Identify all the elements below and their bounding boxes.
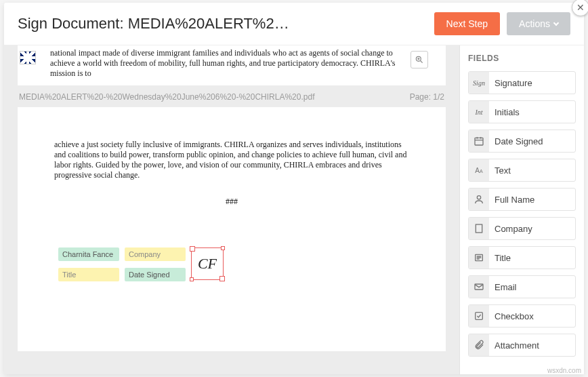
field-label: Company	[489, 224, 532, 234]
watermark: wsxdn.com	[547, 367, 581, 374]
chevron-down-icon	[553, 20, 559, 26]
fields-heading: FIELDS	[468, 54, 576, 63]
page-title: Sign Document: MEDIA%20ALERT%2…	[18, 15, 427, 33]
body: national impact made of diverse immigran…	[4, 45, 584, 374]
signature-glyph: CF	[198, 255, 217, 273]
zoom-in-button[interactable]	[411, 51, 428, 68]
page-main[interactable]: achieve a just society fully inclusive o…	[18, 107, 446, 351]
svg-line-1	[421, 61, 423, 63]
fields-sidebar: FIELDS Sign Signature Int Initials Date …	[459, 45, 584, 374]
signature-icon: Sign	[469, 72, 489, 94]
field-label: Initials	[489, 107, 520, 117]
doc-page-indicator: Page: 1/2	[410, 92, 444, 102]
field-attachment[interactable]: Attachment	[468, 334, 576, 357]
resize-handle[interactable]	[221, 246, 225, 250]
field-label: Signature	[489, 78, 532, 88]
svg-point-8	[477, 196, 480, 199]
placed-company-tag[interactable]: Company	[125, 247, 186, 261]
field-initials[interactable]: Int Initials	[468, 100, 576, 123]
field-label: Title	[489, 253, 511, 263]
field-full-name[interactable]: Full Name	[468, 188, 576, 211]
field-title[interactable]: Title	[468, 246, 576, 269]
modal: Sign Document: MEDIA%20ALERT%2… Next Ste…	[4, 3, 584, 374]
svg-rect-9	[476, 224, 482, 233]
placed-signature-box[interactable]: CF	[191, 247, 224, 280]
field-text[interactable]: AA Text	[468, 159, 576, 182]
placed-title-tag[interactable]: Title	[58, 268, 119, 281]
person-icon	[469, 188, 489, 210]
svg-rect-21	[476, 313, 483, 320]
calendar-icon	[469, 130, 489, 152]
resize-handle[interactable]	[190, 277, 194, 281]
checkbox-icon	[469, 305, 489, 327]
doc-filename: MEDIA%20ALERT%20-%20Wednesday%20June%206…	[19, 92, 314, 102]
placed-name-tag[interactable]: Charnita Fance	[58, 247, 119, 261]
initials-icon: Int	[469, 101, 489, 123]
document-area: national impact made of diverse immigran…	[4, 45, 459, 374]
field-label: Checkbox	[489, 311, 534, 321]
field-email[interactable]: Email	[468, 275, 576, 298]
doc-text-top: national impact made of diverse immigran…	[26, 48, 438, 79]
field-signature[interactable]: Sign Signature	[468, 71, 576, 94]
text-icon: AA	[469, 159, 489, 181]
actions-label: Actions	[519, 18, 550, 29]
placed-fields: Charnita Fance Company CF Title Date Sig…	[27, 247, 436, 281]
paperclip-icon	[469, 334, 489, 356]
next-step-button[interactable]: Next Step	[434, 12, 500, 35]
uk-flag-icon[interactable]	[20, 51, 36, 64]
placed-date-tag[interactable]: Date Signed	[125, 268, 186, 281]
field-date-signed[interactable]: Date Signed	[468, 130, 576, 153]
doc-separator: ###	[27, 197, 436, 207]
mail-icon	[469, 276, 489, 298]
field-label: Date Signed	[489, 136, 543, 146]
field-label: Text	[489, 165, 511, 176]
field-company[interactable]: Company	[468, 217, 576, 240]
list-icon	[469, 247, 489, 269]
doc-meta: MEDIA%20ALERT%20-%20Wednesday%20June%206…	[4, 85, 459, 107]
field-label: Full Name	[489, 195, 534, 205]
header: Sign Document: MEDIA%20ALERT%2… Next Ste…	[4, 3, 584, 45]
page-preview-top: national impact made of diverse immigran…	[18, 45, 446, 85]
building-icon	[469, 218, 489, 239]
field-label: Attachment	[489, 340, 539, 351]
doc-text-body: achieve a just society fully inclusive o…	[27, 140, 436, 180]
actions-dropdown[interactable]: Actions	[507, 12, 570, 35]
close-button[interactable]: ✕	[572, 0, 588, 16]
field-checkbox[interactable]: Checkbox	[468, 304, 576, 328]
field-label: Email	[489, 282, 517, 292]
svg-rect-4	[475, 138, 483, 145]
